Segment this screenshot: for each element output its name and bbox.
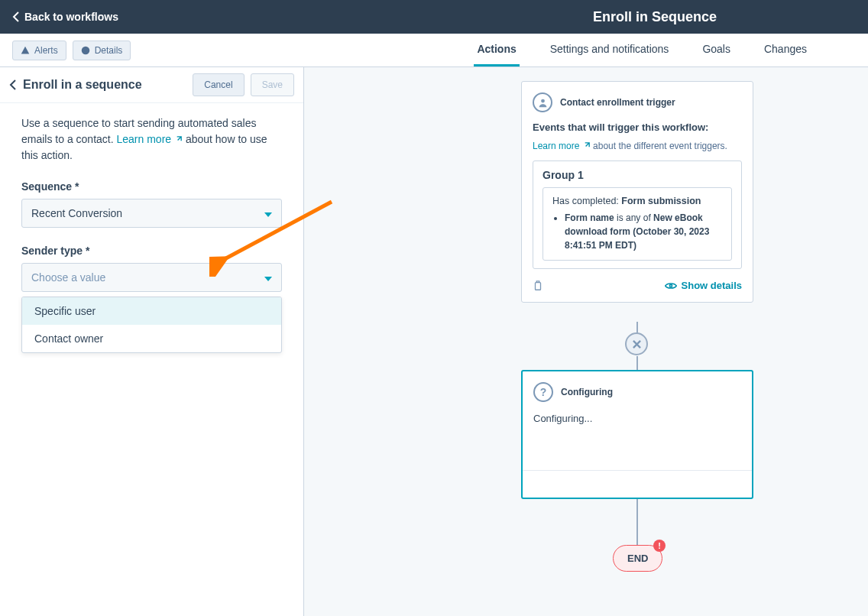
svg-rect-2: [536, 282, 541, 290]
remove-node-button[interactable]: [625, 332, 648, 355]
sender-type-select[interactable]: Choose a value: [21, 263, 282, 292]
configuring-body: Configuring...: [523, 413, 752, 470]
end-warning-badge: !: [653, 540, 666, 552]
sequence-label: Sequence *: [21, 180, 282, 193]
svg-point-1: [541, 99, 545, 102]
panel-title: Enroll in a sequence: [23, 78, 142, 92]
save-button[interactable]: Save: [251, 73, 294, 96]
eye-icon: [665, 281, 677, 290]
svg-point-3: [669, 284, 672, 287]
tab-actions[interactable]: Actions: [474, 34, 519, 66]
panel-help-text: Use a sequence to start sending automate…: [21, 115, 282, 164]
enroll-card-subtitle: Events that will trigger this workflow:: [533, 122, 742, 133]
contact-icon: [533, 92, 552, 112]
details-button[interactable]: Details: [73, 41, 131, 60]
configuring-footer: [523, 470, 752, 498]
question-icon: ?: [533, 382, 553, 402]
tab-goals[interactable]: Goals: [699, 34, 734, 66]
external-link-icon: [582, 141, 591, 150]
panel-body: Use a sequence to start sending automate…: [0, 103, 303, 365]
configuring-title: Configuring: [561, 387, 613, 397]
chevron-down-icon: [264, 271, 272, 284]
back-label: Back to workflows: [24, 11, 118, 23]
enrollment-trigger-card[interactable]: Contact enrollment trigger Events that w…: [521, 81, 753, 303]
top-header: Back to workflows Enroll in Sequence: [0, 0, 868, 34]
trigger-condition: Has completed: Form submission Form name…: [542, 187, 732, 261]
enroll-card-title: Contact enrollment trigger: [560, 97, 675, 108]
alerts-label: Alerts: [34, 45, 58, 56]
tab-settings[interactable]: Settings and notifications: [547, 34, 672, 66]
condition-bullet: Form name is any of New eBook download f…: [565, 211, 722, 252]
page-title: Enroll in Sequence: [593, 9, 717, 25]
configuring-card[interactable]: ? Configuring Configuring...: [521, 370, 753, 499]
warning-icon: [21, 46, 30, 55]
trigger-group: Group 1 Has completed: Form submission F…: [533, 160, 742, 269]
clipboard-icon[interactable]: [533, 280, 543, 291]
sequence-select[interactable]: Recent Conversion: [21, 199, 282, 228]
back-to-workflows-link[interactable]: Back to workflows: [12, 11, 118, 23]
chevron-left-icon: [12, 11, 20, 22]
external-link-icon: [174, 135, 183, 144]
dropdown-option-specific-user[interactable]: Specific user: [22, 297, 281, 325]
enroll-learn-more-link[interactable]: Learn more: [533, 141, 591, 151]
dropdown-option-contact-owner[interactable]: Contact owner: [22, 325, 281, 352]
sender-type-dropdown: Specific user Contact owner: [21, 297, 282, 353]
chevron-down-icon: [264, 207, 272, 219]
panel-header: Enroll in a sequence Cancel Save: [0, 67, 303, 103]
tab-changes[interactable]: Changes: [761, 34, 810, 66]
workflow-canvas[interactable]: Contact enrollment trigger Events that w…: [304, 67, 868, 616]
side-panel: Enroll in a sequence Cancel Save Use a s…: [0, 67, 304, 616]
group-title: Group 1: [542, 169, 732, 181]
condition-line: Has completed: Form submission: [552, 196, 722, 206]
info-icon: [81, 46, 90, 55]
alerts-button[interactable]: Alerts: [12, 41, 66, 60]
sequence-value: Recent Conversion: [31, 207, 122, 219]
cancel-button[interactable]: Cancel: [193, 73, 244, 96]
panel-back-button[interactable]: [6, 78, 20, 92]
secondary-bar: Alerts Details Actions Settings and noti…: [0, 34, 868, 67]
show-details-link[interactable]: Show details: [665, 280, 742, 291]
sender-type-placeholder: Choose a value: [31, 271, 105, 284]
enroll-learn-more: Learn more about the different event tri…: [533, 141, 742, 151]
main: Enroll in a sequence Cancel Save Use a s…: [0, 67, 868, 616]
details-label: Details: [95, 45, 123, 56]
svg-point-0: [81, 46, 89, 54]
chevron-left-icon: [9, 79, 17, 90]
learn-more-link[interactable]: Learn more: [117, 133, 183, 145]
close-icon: [633, 340, 641, 349]
sender-type-label: Sender type *: [21, 245, 282, 257]
tabs: Actions Settings and notifications Goals…: [474, 34, 856, 66]
